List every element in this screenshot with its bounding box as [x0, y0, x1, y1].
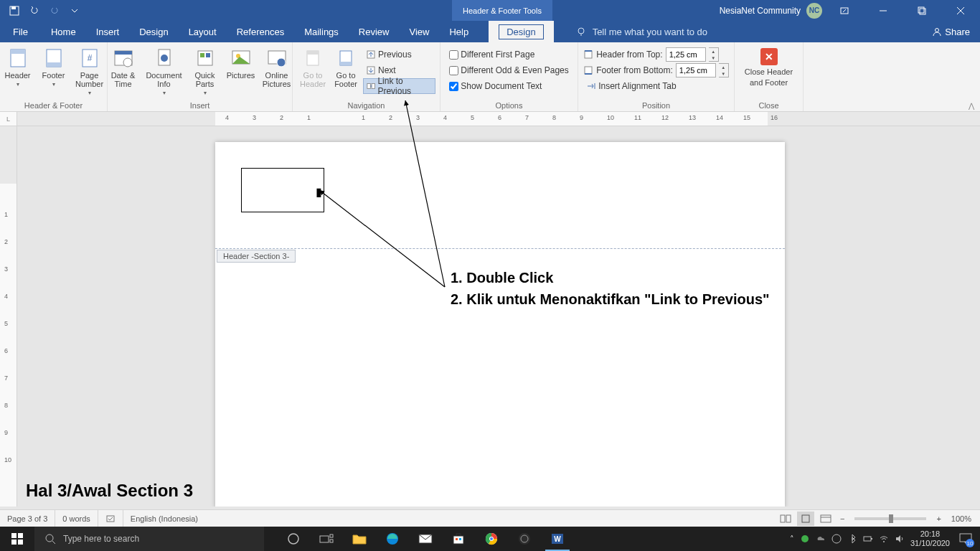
close-header-footer-button[interactable]: ✕ Close Header and Footer — [739, 45, 799, 87]
status-words[interactable]: 0 words — [55, 510, 98, 527]
tray-wifi-icon[interactable] — [879, 534, 889, 544]
tab-design[interactable]: Design — [129, 21, 178, 42]
tray-meet-icon[interactable] — [831, 534, 842, 544]
previous-button[interactable]: Previous — [363, 47, 435, 62]
tray-onedrive-icon[interactable] — [816, 534, 826, 544]
redo-button[interactable] — [46, 2, 63, 19]
link-to-previous-toggle[interactable]: Link to Previous — [363, 78, 435, 94]
tab-hf-design[interactable]: Design — [489, 21, 553, 42]
zoom-in-button[interactable]: + — [933, 514, 943, 523]
ribbon-display-options[interactable] — [828, 0, 861, 21]
user-avatar[interactable]: NC — [806, 3, 822, 19]
web-layout-button[interactable] — [817, 512, 834, 526]
header-from-top-input[interactable] — [666, 47, 706, 62]
svg-rect-55 — [330, 534, 333, 537]
share-button[interactable]: Share — [922, 21, 980, 42]
mail-icon[interactable] — [409, 527, 442, 551]
horizontal-ruler[interactable]: 4321 12345678910111213141516 — [17, 112, 980, 126]
pictures-button[interactable]: Pictures — [224, 45, 258, 81]
cortana-button[interactable] — [277, 527, 310, 551]
zoom-level[interactable]: 100% — [947, 514, 971, 523]
svg-rect-34 — [372, 83, 374, 88]
quick-parts-dropdown[interactable]: Quick Parts▾ — [188, 45, 222, 98]
ruler-corner[interactable]: L — [0, 112, 17, 126]
different-first-page-checkbox[interactable]: Different First Page — [446, 47, 572, 62]
tray-volume-icon[interactable] — [895, 534, 905, 544]
header-content-box[interactable] — [241, 168, 324, 212]
tab-help[interactable]: Help — [439, 21, 479, 42]
document-info-dropdown[interactable]: Document Info▾ — [142, 45, 187, 98]
read-mode-button[interactable] — [777, 512, 794, 526]
svg-rect-54 — [320, 536, 329, 542]
online-pictures-button[interactable]: Online Pictures — [260, 45, 294, 90]
pictures-icon — [230, 47, 253, 70]
vertical-ruler[interactable]: 12345678910 — [0, 126, 17, 507]
svg-point-70 — [801, 535, 809, 542]
tab-home[interactable]: Home — [41, 21, 86, 42]
search-placeholder: Type here to search — [63, 534, 139, 544]
tab-review[interactable]: Review — [349, 21, 400, 42]
previous-icon — [366, 50, 376, 60]
collapse-ribbon-button[interactable]: ⋀ — [969, 102, 974, 110]
user-name[interactable]: NesiaNet Community — [720, 6, 801, 16]
edge-icon[interactable] — [376, 527, 409, 551]
status-spellcheck[interactable] — [98, 510, 123, 527]
chrome-icon[interactable] — [475, 527, 508, 551]
tray-clock[interactable]: 20:18 31/10/2020 — [910, 529, 950, 547]
notification-badge: 10 — [966, 539, 974, 547]
zoom-out-button[interactable]: − — [837, 514, 847, 523]
footer-dropdown[interactable]: Footer▾ — [37, 45, 71, 89]
tab-insert[interactable]: Insert — [86, 21, 130, 42]
maximize-button[interactable] — [905, 0, 938, 21]
tab-references[interactable]: References — [227, 21, 294, 42]
different-odd-even-checkbox[interactable]: Different Odd & Even Pages — [446, 62, 572, 78]
tray-expand-icon[interactable]: ˄ — [790, 534, 794, 544]
tray-battery-icon[interactable] — [863, 534, 873, 544]
svg-rect-5 — [920, 9, 925, 14]
zoom-slider[interactable] — [854, 517, 926, 520]
header-top-spinner[interactable]: ▲▼ — [709, 47, 719, 62]
footer-from-bottom-input[interactable] — [676, 63, 716, 77]
ribbon: Header▾ Footer▾ # Page Number▾ Header & … — [0, 42, 980, 112]
tab-view[interactable]: View — [399, 21, 439, 42]
save-button[interactable] — [6, 2, 23, 19]
taskbar-search[interactable]: Type here to search — [34, 527, 264, 551]
minimize-button[interactable] — [867, 0, 900, 21]
show-document-text-checkbox[interactable]: Show Document Text — [446, 78, 572, 94]
document-scroll[interactable]: ▮ Header -Section 3- — [17, 126, 980, 507]
undo-button[interactable] — [26, 2, 43, 19]
print-layout-button[interactable] — [797, 512, 814, 526]
goto-footer-icon — [334, 47, 357, 70]
close-window-button[interactable] — [944, 0, 977, 21]
tab-file[interactable]: File — [0, 21, 41, 42]
obs-icon[interactable] — [508, 527, 541, 551]
svg-rect-41 — [107, 516, 114, 522]
page[interactable]: ▮ Header -Section 3- — [215, 142, 785, 507]
action-center-button[interactable]: 10 — [956, 529, 976, 549]
tell-me-search[interactable]: Tell me what you want to do — [554, 21, 707, 42]
file-explorer-icon[interactable] — [343, 527, 376, 551]
start-button[interactable] — [0, 527, 34, 551]
tray-app1-icon[interactable] — [800, 534, 810, 544]
tray-bluetooth-icon[interactable] — [847, 534, 857, 544]
header-dropdown[interactable]: Header▾ — [1, 45, 35, 89]
goto-footer-button[interactable]: Go to Footer — [330, 45, 362, 90]
store-icon[interactable] — [442, 527, 475, 551]
status-page[interactable]: Page 3 of 3 — [0, 510, 55, 527]
svg-rect-37 — [585, 67, 592, 74]
qat-customize[interactable] — [66, 2, 83, 19]
footer-bottom-spinner[interactable]: ▲▼ — [719, 63, 729, 77]
task-view-button[interactable] — [310, 527, 343, 551]
word-icon[interactable]: W — [541, 527, 574, 551]
header-section-tag: Header -Section 3- — [217, 250, 296, 263]
svg-rect-42 — [781, 515, 785, 522]
tab-layout[interactable]: Layout — [179, 21, 227, 42]
page-number-icon: # — [78, 47, 101, 70]
insert-alignment-tab-button[interactable]: Insert Alignment Tab — [583, 78, 729, 94]
bulb-icon — [575, 26, 587, 37]
tab-mailings[interactable]: Mailings — [294, 21, 349, 42]
horizontal-ruler-row: L 4321 12345678910111213141516 — [0, 112, 980, 126]
date-time-button[interactable]: Date & Time — [106, 45, 141, 90]
page-number-dropdown[interactable]: # Page Number▾ — [72, 45, 107, 98]
status-language[interactable]: English (Indonesia) — [123, 510, 205, 527]
